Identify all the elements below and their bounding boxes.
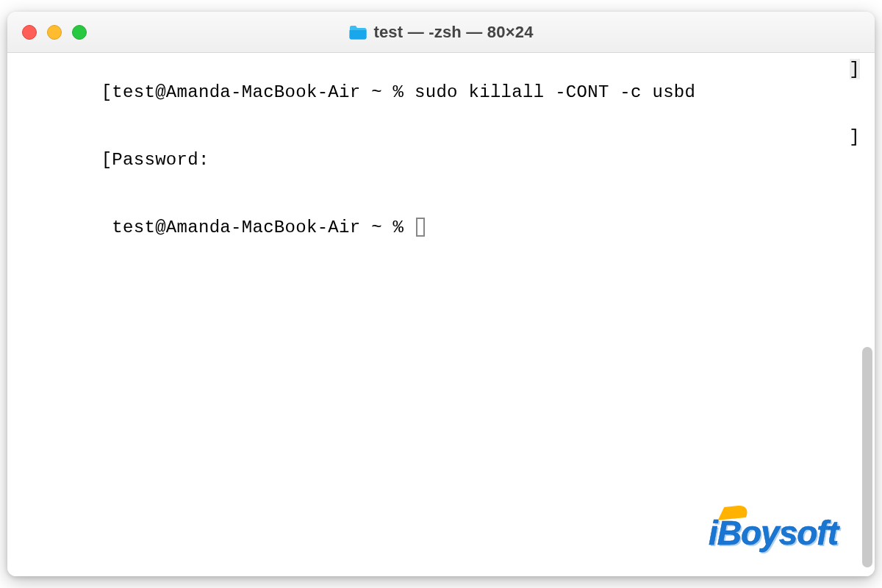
folder-icon (348, 24, 368, 40)
scrollbar-thumb[interactable] (862, 347, 872, 567)
traffic-lights (7, 25, 87, 40)
minimize-button[interactable] (47, 25, 62, 40)
terminal-line-1: [test@Amanda-MacBook-Air ~ % sudo killal… (15, 59, 867, 126)
window-title: test — -zsh — 80×24 (373, 23, 533, 42)
cursor-icon (416, 218, 425, 237)
bracket-left (101, 218, 112, 237)
terminal-body[interactable]: [test@Amanda-MacBook-Air ~ % sudo killal… (7, 53, 875, 576)
password-prompt: Password: (112, 150, 209, 170)
scroll-indicator-strip (850, 59, 860, 79)
watermark-logo: iBoysoft (709, 513, 838, 553)
close-button[interactable] (22, 25, 37, 40)
watermark-text: iBoysoft (709, 514, 838, 552)
scrollbar[interactable] (861, 53, 874, 576)
terminal-window: test — -zsh — 80×24 [test@Amanda-MacBook… (7, 12, 875, 576)
bracket-left: [ (101, 150, 112, 170)
bracket-left: [ (101, 82, 112, 102)
prompt: test@Amanda-MacBook-Air ~ % (112, 218, 415, 237)
maximize-button[interactable] (72, 25, 87, 40)
terminal-line-2: [Password: ] (15, 126, 867, 194)
prompt: test@Amanda-MacBook-Air ~ % (112, 82, 415, 102)
titlebar[interactable]: test — -zsh — 80×24 (7, 12, 875, 53)
title-center: test — -zsh — 80×24 (7, 23, 875, 42)
command-text: sudo killall -CONT -c usbd (415, 82, 695, 102)
terminal-line-3: test@Amanda-MacBook-Air ~ % (15, 194, 867, 262)
